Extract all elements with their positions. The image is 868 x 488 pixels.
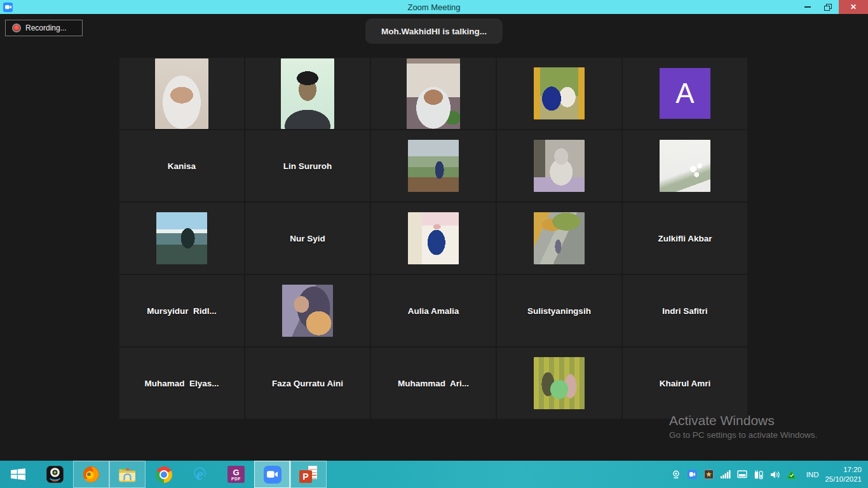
recording-indicator[interactable]: Recording...: [5, 20, 83, 36]
participant-name: Indri Safitri: [662, 306, 707, 316]
tray-zoom[interactable]: [687, 466, 698, 483]
participant-tile[interactable]: [497, 58, 621, 129]
taskbar-zoom-button[interactable]: [254, 461, 290, 488]
network-signal-icon: [721, 470, 731, 478]
taskbar-youcam-button[interactable]: [37, 461, 73, 488]
participant-photo-avatar: [660, 140, 710, 192]
participant-video: [407, 58, 460, 129]
tray-speaker[interactable]: [770, 466, 781, 483]
youcam-icon: [46, 466, 64, 483]
taskbar-firefox-button[interactable]: [73, 461, 109, 488]
participant-tile[interactable]: Muhammad Ari...: [371, 348, 496, 419]
participant-tile[interactable]: [245, 275, 370, 346]
participant-grid: AKanisaLin SururohNur SyidZulkifli Akbar…: [119, 58, 747, 419]
window-title: Zoom Meeting: [407, 3, 460, 12]
talking-toast: Moh.WakhidHI is talking...: [365, 18, 503, 44]
participant-photo-avatar: [156, 212, 207, 264]
participant-tile[interactable]: Faza Qurratu Aini: [245, 348, 370, 419]
close-button[interactable]: ✕: [839, 0, 868, 14]
taskbar-apps: eGPDFP: [0, 461, 327, 488]
participant-tile[interactable]: A: [623, 58, 747, 129]
clock-date: 25/10/2021: [825, 475, 862, 484]
tray-cam[interactable]: [670, 466, 682, 483]
taskbar-start-button[interactable]: [0, 461, 37, 488]
window-titlebar: Zoom Meeting ✕: [0, 0, 868, 14]
power-tray-icon: [754, 470, 763, 479]
tray-icons: [668, 461, 800, 488]
participant-tile[interactable]: Sulistyaningsih: [497, 275, 621, 346]
firefox-icon: [83, 466, 100, 483]
webcam-tray-icon: [672, 470, 681, 478]
meeting-stage: Recording... Moh.WakhidHI is talking... …: [0, 14, 868, 461]
taskbar-chrome-button[interactable]: [146, 461, 182, 488]
windows-logo-icon: [11, 468, 26, 480]
tray-star[interactable]: [703, 466, 715, 483]
participant-tile[interactable]: [119, 203, 244, 274]
participant-tile[interactable]: Nur Syid: [245, 203, 370, 274]
participant-tile[interactable]: Muhamad Elyas...: [119, 348, 244, 419]
taskbar-foxit-button[interactable]: GPDF: [218, 461, 254, 488]
pdf-reader-icon: GPDF: [227, 466, 245, 483]
zoom-tray-icon: [688, 470, 697, 479]
language-indicator[interactable]: IND: [806, 471, 819, 478]
recording-label: Recording...: [25, 24, 67, 32]
chrome-icon: [156, 466, 172, 483]
participant-name: Faza Qurratu Aini: [272, 379, 343, 388]
participant-name: Nur Syid: [290, 234, 325, 243]
participant-video: [281, 58, 334, 129]
file-explorer-icon: [118, 466, 137, 482]
participant-photo-avatar: [534, 140, 585, 192]
participant-tile[interactable]: [497, 130, 621, 201]
participant-tile[interactable]: Aulia Amalia: [371, 275, 496, 346]
antivirus-tray-icon: [787, 470, 796, 479]
participant-tile[interactable]: [497, 348, 621, 419]
watermark-subtitle: Go to PC settings to activate Windows.: [669, 430, 817, 440]
taskbar-spacer: [327, 461, 668, 488]
tray-smadav[interactable]: [786, 466, 797, 483]
participant-name: Khairul Amri: [660, 379, 711, 388]
clock-time: 17:20: [825, 465, 862, 475]
participant-name: Mursyidur Ridl...: [147, 306, 217, 316]
participant-tile[interactable]: Indri Safitri: [623, 275, 747, 346]
participant-video: [155, 58, 208, 129]
tray-signal[interactable]: [720, 466, 731, 483]
taskbar-powerpoint-button[interactable]: P: [290, 461, 327, 488]
participant-name: Zulkifli Akbar: [658, 234, 712, 243]
participant-name: Aulia Amalia: [408, 306, 459, 316]
participant-tile[interactable]: Lin Sururoh: [245, 130, 370, 201]
participant-tile[interactable]: Kanisa: [119, 130, 244, 201]
participant-tile[interactable]: [497, 203, 621, 274]
powerpoint-icon: P: [299, 466, 318, 483]
taskbar-clock[interactable]: 17:20 25/10/2021: [825, 465, 862, 484]
participant-photo-avatar: [408, 140, 459, 192]
participant-photo-avatar: [534, 67, 585, 119]
participant-tile[interactable]: Mursyidur Ridl...: [119, 275, 244, 346]
taskbar: eGPDFP IND 17:20 25/10/2021: [0, 461, 868, 488]
taskbar-ie-button[interactable]: e: [182, 461, 218, 488]
participant-tile[interactable]: [623, 130, 747, 201]
participant-tile[interactable]: Khairul Amri: [623, 348, 747, 419]
restore-button[interactable]: [817, 0, 839, 14]
participant-photo-avatar: [534, 357, 585, 409]
taskbar-explorer-button[interactable]: [109, 461, 146, 488]
participant-tile[interactable]: Zulkifli Akbar: [623, 203, 747, 274]
record-dot-icon: [13, 25, 20, 31]
display-tray-icon: [737, 470, 747, 479]
internet-explorer-icon: e: [196, 466, 203, 483]
participant-tile[interactable]: [371, 203, 496, 274]
tray-monitor[interactable]: [736, 466, 748, 483]
participant-tile[interactable]: [371, 58, 496, 129]
desktop: Zoom Meeting ✕ Recording... Moh.WakhidHI…: [0, 0, 868, 488]
participant-tile[interactable]: [119, 58, 244, 129]
participant-name: Muhammad Ari...: [398, 379, 469, 388]
participant-letter-avatar: A: [660, 68, 710, 119]
restore-icon: [824, 4, 832, 11]
window-controls: ✕: [798, 0, 868, 14]
participant-name: Lin Sururoh: [283, 161, 332, 171]
tray-battery[interactable]: [753, 466, 764, 483]
participant-name: Kanisa: [168, 161, 196, 171]
security-tray-icon: [704, 470, 714, 479]
participant-tile[interactable]: [371, 130, 496, 201]
minimize-button[interactable]: [798, 0, 817, 14]
participant-tile[interactable]: [245, 58, 370, 129]
